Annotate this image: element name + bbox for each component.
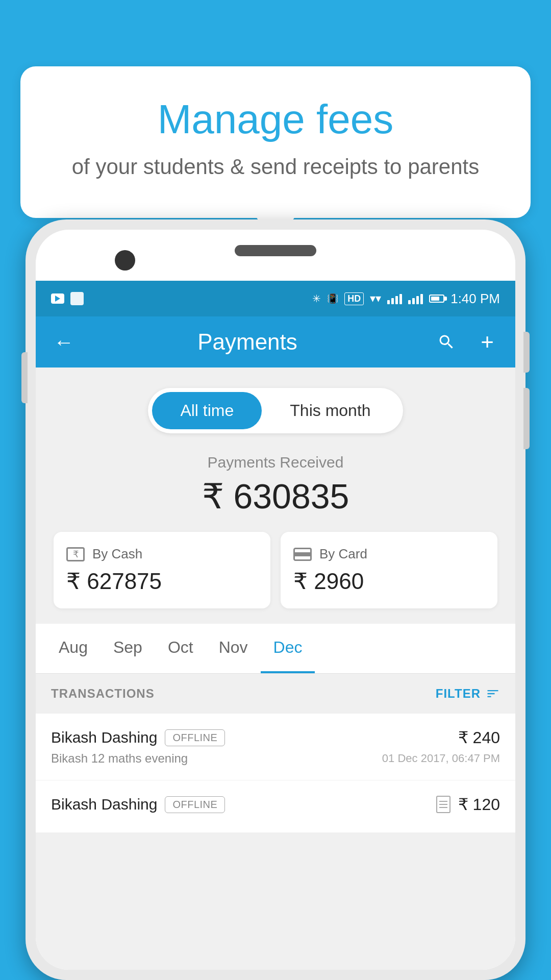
status-bar: ✳ 📳 HD ▾▾	[36, 281, 515, 316]
signal-bar2-4	[420, 294, 423, 304]
transaction-name-2: Bikash Dashing	[51, 796, 157, 813]
doc-icon	[436, 796, 450, 813]
signal-bar-1	[387, 300, 390, 304]
cards-row: ₹ By Cash ₹ 627875 By Card ₹ 2960	[51, 532, 500, 624]
cash-card-header: ₹ By Cash	[66, 546, 258, 562]
signal-bar2-1	[408, 300, 411, 304]
transactions-label: TRANSACTIONS	[51, 687, 155, 701]
app-bar: ← Payments +	[36, 316, 515, 368]
phone-mockup: ✳ 📳 HD ▾▾	[26, 219, 525, 980]
transaction-name-1: Bikash Dashing	[51, 729, 157, 746]
phone-outer: ✳ 📳 HD ▾▾	[26, 219, 525, 980]
status-time: 1:40 PM	[450, 291, 500, 307]
app-screen: ✳ 📳 HD ▾▾	[36, 281, 515, 970]
signal-bar2-3	[416, 296, 419, 304]
phone-camera	[115, 250, 135, 271]
hd-badge: HD	[344, 292, 364, 305]
side-button-right2	[523, 388, 530, 449]
this-month-button[interactable]: This month	[262, 392, 398, 429]
battery-fill	[431, 297, 439, 301]
transaction-badge-1: OFFLINE	[165, 729, 225, 746]
main-content: All time This month Payments Received ₹ …	[36, 368, 515, 624]
card-value: ₹ 2960	[293, 568, 485, 594]
battery-icon	[429, 295, 444, 303]
transaction-row1-1: Bikash Dashing OFFLINE ₹ 240	[51, 728, 500, 747]
signal-bars	[387, 293, 402, 304]
tab-aug[interactable]: Aug	[46, 624, 101, 673]
cash-value: ₹ 627875	[66, 568, 258, 594]
transaction-item-1[interactable]: Bikash Dashing OFFLINE ₹ 240 Bikash 12 m…	[36, 714, 515, 780]
transaction-sub-1: Bikash 12 maths evening	[51, 751, 188, 766]
name-badge-row-2: Bikash Dashing OFFLINE	[51, 796, 225, 813]
signal-bar2-2	[412, 298, 415, 304]
signal-bars-2	[408, 293, 423, 304]
cash-label: By Cash	[92, 546, 142, 562]
app-bar-title: Payments	[61, 329, 434, 355]
tab-dec[interactable]: Dec	[261, 624, 315, 673]
filter-button[interactable]: FILTER	[436, 687, 500, 701]
status-right-icons: ✳ 📳 HD ▾▾	[312, 291, 500, 307]
month-tabs: Aug Sep Oct Nov Dec	[36, 624, 515, 674]
bubble-subtitle: of your students & send receipts to pare…	[51, 152, 500, 182]
bubble-title: Manage fees	[51, 97, 500, 142]
status-left-icons	[51, 292, 84, 305]
card-label: By Card	[319, 546, 367, 562]
name-badge-row-1: Bikash Dashing OFFLINE	[51, 729, 225, 746]
filter-icon	[486, 687, 500, 701]
youtube-icon	[51, 293, 64, 304]
tab-sep[interactable]: Sep	[101, 624, 155, 673]
tab-oct[interactable]: Oct	[155, 624, 206, 673]
transaction-row1-2: Bikash Dashing OFFLINE ₹ 120	[51, 795, 500, 814]
transactions-header: TRANSACTIONS FILTER	[36, 674, 515, 714]
transaction-badge-2: OFFLINE	[165, 796, 225, 813]
signal-bar-3	[395, 296, 398, 304]
transaction-amount-1: ₹ 240	[458, 728, 500, 747]
phone-speaker	[235, 245, 316, 256]
stats-section: Payments Received ₹ 630835	[51, 454, 500, 517]
add-button[interactable]: +	[474, 329, 500, 355]
card-icon	[293, 548, 312, 561]
search-button[interactable]	[434, 329, 459, 355]
vibrate-icon: 📳	[327, 293, 338, 304]
app-icon	[70, 292, 84, 305]
amount-doc-row: ₹ 120	[436, 795, 500, 814]
transaction-date-1: 01 Dec 2017, 06:47 PM	[382, 752, 500, 765]
card-card-header: By Card	[293, 546, 485, 562]
toggle-group: All time This month	[148, 388, 403, 433]
cash-icon: ₹	[66, 547, 85, 561]
phone-inner: ✳ 📳 HD ▾▾	[36, 230, 515, 970]
stats-label: Payments Received	[51, 454, 500, 471]
tab-nov[interactable]: Nov	[206, 624, 261, 673]
transaction-item-2[interactable]: Bikash Dashing OFFLINE ₹ 120	[36, 780, 515, 833]
signal-bar-4	[399, 294, 402, 304]
all-time-button[interactable]: All time	[152, 392, 262, 429]
card-card: By Card ₹ 2960	[281, 532, 497, 608]
transaction-row2-1: Bikash 12 maths evening 01 Dec 2017, 06:…	[51, 751, 500, 766]
wifi-icon: ▾▾	[370, 292, 381, 305]
app-bar-actions: +	[434, 329, 500, 355]
speech-bubble: Manage fees of your students & send rece…	[20, 66, 531, 218]
transaction-amount-2: ₹ 120	[458, 795, 500, 814]
bluetooth-icon: ✳	[312, 292, 321, 305]
filter-label: FILTER	[436, 687, 481, 701]
side-button-left	[21, 352, 28, 403]
signal-bar-2	[391, 298, 394, 304]
cash-card: ₹ By Cash ₹ 627875	[54, 532, 270, 608]
stats-value: ₹ 630835	[51, 476, 500, 517]
side-button-right	[523, 332, 530, 373]
